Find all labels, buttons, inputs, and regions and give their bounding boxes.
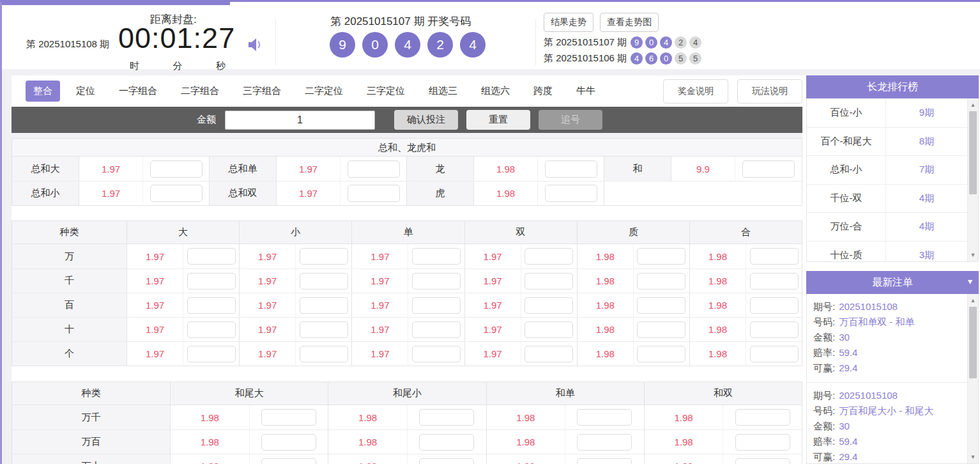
bet-amount-field[interactable]: [412, 321, 461, 338]
bet-amount-field[interactable]: [524, 248, 573, 265]
bet-odds[interactable]: 1.98: [578, 269, 634, 293]
bet-amount-field[interactable]: [637, 346, 685, 362]
bet-odds[interactable]: 1.98: [578, 293, 634, 317]
bet-odds[interactable]: 1.98: [690, 318, 746, 341]
bet-amount-field[interactable]: [750, 321, 799, 338]
bet-amount-field[interactable]: [637, 248, 685, 265]
bet-odds[interactable]: 1.98: [328, 454, 408, 464]
bet-odds[interactable]: 1.98: [171, 454, 250, 464]
bet-amount-field[interactable]: [348, 160, 400, 178]
bet-amount-field[interactable]: [300, 346, 348, 362]
bet-odds[interactable]: 1.97: [465, 318, 521, 341]
bet-amount-field[interactable]: [187, 273, 236, 290]
bet-odds[interactable]: 1.98: [690, 342, 746, 366]
bet-amount-field[interactable]: [637, 297, 685, 314]
bet-amount-field[interactable]: [545, 160, 597, 178]
ranking-row[interactable]: 万位-合4期: [807, 212, 967, 241]
bet-odds[interactable]: 1.98: [474, 157, 538, 181]
bet-odds[interactable]: 1.97: [240, 244, 296, 268]
amount-input[interactable]: [225, 111, 375, 130]
play-rules-button[interactable]: 玩法说明: [737, 79, 802, 104]
scroll-down-icon[interactable]: ▼: [968, 452, 978, 462]
ranking-row[interactable]: 千位-双4期: [807, 184, 967, 213]
bet-amount-field[interactable]: [412, 346, 461, 362]
bet-amount-field[interactable]: [412, 248, 461, 265]
bet-amount-field[interactable]: [412, 273, 461, 290]
bet-amount-field[interactable]: [750, 273, 799, 290]
scrollbar[interactable]: ▲▼: [967, 294, 978, 463]
bet-odds[interactable]: 1.98: [690, 269, 746, 293]
bet-amount-field[interactable]: [419, 409, 474, 426]
bet-odds[interactable]: 1.98: [171, 405, 250, 429]
bet-odds[interactable]: 1.98: [578, 318, 634, 341]
scroll-up-icon[interactable]: ▲: [968, 100, 978, 110]
scrollbar-thumb[interactable]: [969, 111, 977, 194]
caret-down-icon[interactable]: ▾: [968, 276, 972, 286]
bet-amount-field[interactable]: [750, 248, 799, 265]
trend-chart-button[interactable]: 查看走势图: [600, 13, 659, 32]
tab-9[interactable]: 跨度: [526, 81, 560, 102]
bet-amount-field[interactable]: [524, 321, 573, 338]
scroll-up-icon[interactable]: ▲: [968, 295, 978, 305]
ranking-row[interactable]: 百个-和尾大8期: [807, 127, 967, 156]
bet-amount-field[interactable]: [637, 273, 685, 290]
bet-odds[interactable]: 1.97: [127, 342, 183, 366]
tab-1[interactable]: 定位: [68, 81, 103, 102]
bet-odds[interactable]: 1.97: [465, 244, 521, 268]
bet-amount-field[interactable]: [419, 458, 474, 464]
bet-amount-field[interactable]: [577, 434, 632, 451]
bet-amount-field[interactable]: [419, 434, 474, 451]
scrollbar[interactable]: ▲▼: [967, 98, 978, 261]
tab-6[interactable]: 三字定位: [359, 81, 413, 102]
bet-amount-field[interactable]: [300, 273, 348, 290]
bet-amount-field[interactable]: [187, 297, 236, 314]
bet-odds[interactable]: 1.97: [465, 293, 521, 317]
bet-odds[interactable]: 1.97: [352, 318, 408, 341]
bet-amount-field[interactable]: [300, 248, 348, 265]
bet-odds[interactable]: 1.97: [127, 293, 183, 317]
bet-amount-field[interactable]: [524, 297, 573, 314]
bet-amount-field[interactable]: [742, 160, 795, 178]
bet-amount-field[interactable]: [187, 248, 236, 265]
reset-button[interactable]: 重置: [466, 110, 530, 130]
bet-amount-field[interactable]: [261, 458, 316, 464]
tab-5[interactable]: 二字定位: [297, 81, 351, 102]
confirm-bet-button[interactable]: 确认投注: [394, 110, 458, 130]
ranking-row[interactable]: 十位-质3期: [807, 241, 967, 263]
bet-amount-field[interactable]: [750, 297, 799, 314]
bet-amount-field[interactable]: [577, 458, 632, 464]
bet-odds[interactable]: 1.98: [487, 430, 566, 454]
bet-amount-field[interactable]: [187, 321, 236, 338]
bet-amount-field[interactable]: [735, 434, 790, 451]
bet-odds[interactable]: 1.97: [465, 269, 521, 293]
bet-amount-field[interactable]: [735, 458, 790, 464]
chase-number-button[interactable]: 追号: [539, 110, 602, 130]
bet-odds[interactable]: 1.98: [474, 182, 538, 205]
tab-0[interactable]: 整合: [26, 81, 60, 102]
bet-odds[interactable]: 1.97: [127, 269, 183, 293]
bet-amount-field[interactable]: [150, 160, 203, 178]
bet-odds[interactable]: 1.98: [328, 430, 408, 454]
bet-odds[interactable]: 1.97: [352, 269, 408, 293]
trend-results-button[interactable]: 结果走势: [544, 13, 593, 32]
bet-amount-field[interactable]: [348, 185, 400, 202]
bet-amount-field[interactable]: [261, 409, 316, 426]
bet-odds[interactable]: 1.97: [240, 293, 296, 317]
bet-odds[interactable]: 1.98: [578, 244, 634, 268]
bet-odds[interactable]: 1.98: [645, 430, 724, 454]
speaker-icon[interactable]: [246, 36, 264, 54]
bet-amount-field[interactable]: [261, 434, 316, 451]
ranking-row[interactable]: 总和-小7期: [807, 155, 967, 184]
bet-odds[interactable]: 1.97: [240, 269, 296, 293]
bet-odds[interactable]: 1.97: [127, 318, 183, 341]
bet-amount-field[interactable]: [524, 273, 573, 290]
bet-odds[interactable]: 1.97: [240, 318, 296, 341]
tab-3[interactable]: 二字组合: [173, 81, 227, 102]
scrollbar-thumb[interactable]: [969, 307, 977, 378]
bet-odds[interactable]: 1.98: [645, 454, 724, 464]
bet-odds[interactable]: 1.97: [277, 157, 341, 181]
bet-odds[interactable]: 1.98: [690, 293, 746, 317]
scroll-down-icon[interactable]: ▼: [968, 250, 978, 260]
ranking-row[interactable]: 百位-小9期: [807, 98, 967, 127]
bet-amount-field[interactable]: [735, 409, 790, 426]
